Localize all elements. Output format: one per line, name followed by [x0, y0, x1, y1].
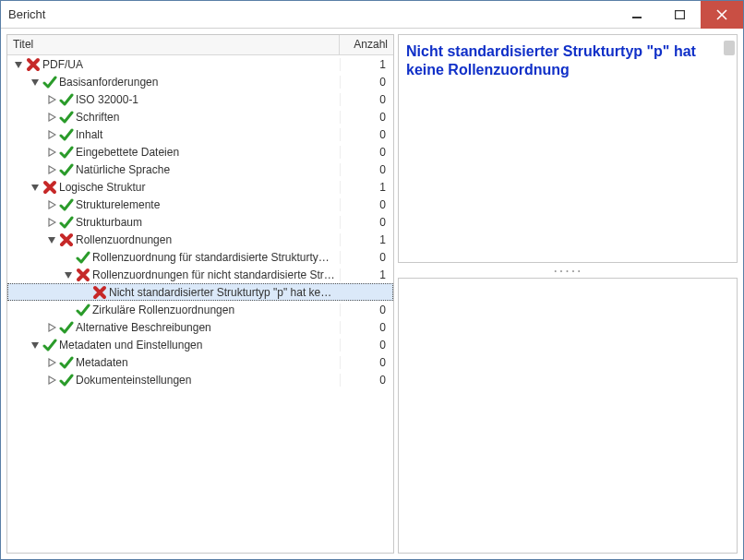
- tree-row[interactable]: Inhalt0: [7, 125, 393, 143]
- checkmark-icon: [59, 162, 74, 177]
- tree-row-label: Rollenzuordnung für standardisierte Stru…: [92, 251, 340, 264]
- tree-body[interactable]: PDF/UA1Basisanforderungen0ISO 32000-10Sc…: [7, 55, 393, 553]
- tree-row-count: 0: [340, 198, 393, 211]
- tree-disclosure-open-icon[interactable]: [30, 77, 41, 88]
- tree-row[interactable]: Natürliche Sprache0: [7, 161, 393, 178]
- tree-disclosure-closed-icon[interactable]: [46, 129, 57, 140]
- detail-pane: Nicht standardisierter Strukturtyp "p" h…: [398, 34, 738, 554]
- tree-row-count: 1: [340, 268, 393, 281]
- column-header-title[interactable]: Titel: [7, 35, 340, 54]
- tree-row-count: 0: [340, 339, 393, 351]
- tree-row-count: 0: [340, 251, 393, 264]
- tree-disclosure-none: [79, 287, 90, 298]
- tree-disclosure-closed-icon[interactable]: [46, 375, 57, 386]
- svg-rect-1: [675, 10, 684, 18]
- tree-row[interactable]: PDF/UA1: [7, 55, 393, 73]
- close-button[interactable]: [701, 1, 743, 29]
- tree-row[interactable]: Metadaten0: [7, 353, 393, 371]
- tree-row-count: 0: [340, 374, 393, 387]
- tree-row-count: 0: [340, 304, 393, 316]
- tree-row-count: 0: [340, 128, 393, 141]
- minimize-button[interactable]: [616, 1, 658, 29]
- tree-disclosure-none: [63, 252, 74, 263]
- tree-disclosure-closed-icon[interactable]: [46, 217, 57, 228]
- tree-row-label: Alternative Beschreibungen: [76, 321, 340, 334]
- checkmark-icon: [59, 355, 74, 370]
- tree-row[interactable]: Metadaten und Einstellungen0: [7, 336, 393, 353]
- tree-row-label: ISO 32000-1: [76, 93, 340, 106]
- tree-disclosure-closed-icon[interactable]: [46, 112, 57, 123]
- checkmark-icon: [42, 75, 57, 89]
- maximize-button[interactable]: [658, 1, 701, 29]
- tree-disclosure-closed-icon[interactable]: [46, 94, 57, 105]
- tree-row-count: 0: [340, 146, 393, 159]
- tree-row-count: 1: [340, 58, 393, 71]
- tree-row-label: Metadaten: [76, 356, 340, 369]
- tree-row[interactable]: Strukturbaum0: [7, 213, 393, 231]
- tree-disclosure-closed-icon[interactable]: [46, 322, 57, 333]
- tree-row-label: Metadaten und Einstellungen: [59, 339, 340, 351]
- checkmark-icon: [59, 127, 74, 142]
- tree-disclosure-open-icon[interactable]: [30, 340, 41, 351]
- tree-row-label: Basisanforderungen: [59, 76, 340, 89]
- tree-row-count: 0: [340, 163, 393, 176]
- detail-bottom-panel: [398, 278, 738, 554]
- tree-row[interactable]: Eingebettete Dateien0: [7, 143, 393, 161]
- tree-row-count: 0: [340, 93, 393, 106]
- tree-row[interactable]: Schriften0: [7, 108, 393, 125]
- tree-disclosure-closed-icon[interactable]: [46, 199, 57, 210]
- tree-row[interactable]: Rollenzuordnungen1: [7, 231, 393, 248]
- error-icon: [59, 232, 74, 247]
- tree-row-count: 0: [340, 76, 393, 89]
- detail-heading: Nicht standardisierter Strukturtyp "p" h…: [406, 42, 720, 79]
- tree-row-count: 0: [340, 356, 393, 369]
- tree-disclosure-open-icon[interactable]: [30, 182, 41, 193]
- checkmark-icon: [59, 215, 74, 230]
- tree-disclosure-open-icon[interactable]: [13, 59, 24, 70]
- tree-row[interactable]: ISO 32000-10: [7, 90, 393, 108]
- tree-row[interactable]: Rollenzuordnung für standardisierte Stru…: [7, 248, 393, 266]
- tree-row-count: 1: [340, 233, 393, 246]
- tree-disclosure-closed-icon[interactable]: [46, 147, 57, 158]
- scrollbar-thumb[interactable]: [724, 41, 735, 55]
- tree-row-label: Eingebettete Dateien: [76, 146, 340, 159]
- checkmark-icon: [59, 145, 74, 160]
- tree-row[interactable]: Alternative Beschreibungen0: [7, 318, 393, 336]
- tree-row[interactable]: Basisanforderungen0: [7, 73, 393, 90]
- tree-row[interactable]: Strukturelemente0: [7, 196, 393, 213]
- content-area: Titel Anzahl PDF/UA1Basisanforderungen0I…: [1, 29, 743, 559]
- tree-row[interactable]: Zirkuläre Rollenzuordnungen0: [7, 301, 393, 318]
- tree-pane: Titel Anzahl PDF/UA1Basisanforderungen0I…: [6, 34, 394, 554]
- tree-disclosure-open-icon[interactable]: [46, 234, 57, 245]
- horizontal-splitter[interactable]: • • • • •: [398, 267, 738, 274]
- error-icon: [26, 57, 41, 72]
- window-title: Bericht: [8, 7, 616, 21]
- tree-disclosure-open-icon[interactable]: [63, 269, 74, 280]
- tree-row-label: Natürliche Sprache: [76, 163, 340, 176]
- tree-row-label: Rollenzuordnungen für nicht standardisie…: [92, 268, 340, 281]
- checkmark-icon: [59, 197, 74, 212]
- tree-row-count: 0: [340, 216, 393, 229]
- tree-row[interactable]: Rollenzuordnungen für nicht standardisie…: [7, 266, 393, 283]
- tree-row-count: 0: [340, 321, 393, 334]
- svg-rect-0: [632, 17, 642, 18]
- tree-row[interactable]: Nicht standardisierter Strukturtyp "p" h…: [7, 283, 393, 301]
- checkmark-icon: [59, 110, 74, 125]
- tree-row-label: Rollenzuordnungen: [76, 233, 340, 246]
- tree-disclosure-closed-icon[interactable]: [46, 357, 57, 368]
- checkmark-icon: [59, 373, 74, 387]
- error-icon: [42, 180, 57, 195]
- detail-top-panel: Nicht standardisierter Strukturtyp "p" h…: [398, 34, 738, 263]
- tree-row-label: Logische Struktur: [59, 181, 340, 194]
- title-bar: Bericht: [1, 1, 743, 29]
- tree-row[interactable]: Logische Struktur1: [7, 178, 393, 196]
- tree-disclosure-closed-icon[interactable]: [46, 164, 57, 175]
- checkmark-icon: [42, 338, 57, 352]
- tree-row-count: 1: [340, 181, 393, 194]
- column-header-count[interactable]: Anzahl: [340, 35, 393, 54]
- tree-row[interactable]: Dokumenteinstellungen0: [7, 371, 393, 388]
- tree-disclosure-none: [63, 304, 74, 316]
- tree-row-label: Dokumenteinstellungen: [76, 374, 340, 387]
- tree-row-label: Strukturbaum: [76, 216, 340, 229]
- checkmark-icon: [76, 250, 90, 265]
